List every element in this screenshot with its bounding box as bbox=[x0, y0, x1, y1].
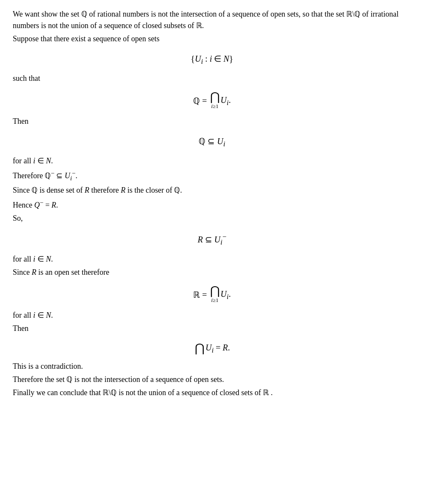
formula-2-cap: ⋂ i≥1 bbox=[210, 91, 220, 111]
paragraph-15: Therefore the set ℚ is not the intersect… bbox=[13, 374, 411, 385]
paragraph-8-text: Hence Q− = R. bbox=[13, 201, 58, 209]
paragraph-5-text: for all i ∈ N. bbox=[13, 157, 53, 165]
formula-2: ℚ = ⋂ i≥1 Ui. bbox=[13, 91, 411, 111]
paragraph-14: This is a contradiction. bbox=[13, 361, 411, 372]
paragraph-10-text: for all i ∈ N. bbox=[13, 255, 53, 263]
paragraph-6: Therefore ℚ− ⊆ Ui−. bbox=[13, 168, 411, 183]
formula-2-text: ℚ = bbox=[193, 94, 209, 107]
formula-6: ⋂ Ui = R. bbox=[13, 341, 411, 356]
formula-4-text: R ⊆ Ui− bbox=[198, 235, 227, 244]
formula-1-text: {Ui : i ∈ N} bbox=[191, 54, 233, 63]
paragraph-11: Since R is an open set therefore bbox=[13, 267, 411, 278]
sub-i-geq-1b: i≥1 bbox=[211, 296, 218, 305]
formula-1: {Ui : i ∈ N} bbox=[13, 52, 411, 67]
paragraph-1: We want show the set ℚ of rational numbe… bbox=[13, 9, 411, 31]
paragraph-12-text: for all i ∈ N. bbox=[13, 311, 53, 319]
paragraph-8: Hence Q− = R. bbox=[13, 198, 411, 211]
paragraph-13: Then bbox=[13, 323, 411, 334]
paragraph-4: Then bbox=[13, 116, 411, 127]
paragraph-6-text: Therefore ℚ− ⊆ Ui−. bbox=[13, 171, 77, 180]
paragraph-15-text: Therefore the set ℚ is not the intersect… bbox=[13, 375, 224, 384]
formula-4: R ⊆ Ui− bbox=[13, 232, 411, 248]
paragraph-1-text: We want show the set ℚ of rational numbe… bbox=[13, 10, 398, 30]
paragraph-16-text: Finally we can conclude that ℝ\ℚ is not … bbox=[13, 388, 273, 397]
paragraph-5: for all i ∈ N. bbox=[13, 155, 411, 167]
paragraph-3-text: such that bbox=[13, 74, 40, 83]
formula-5: ℝ = ⋂ i≥1 Ui. bbox=[13, 285, 411, 305]
formula-6-text: Ui = R. bbox=[205, 341, 230, 356]
paragraph-4-text: Then bbox=[13, 117, 28, 125]
paragraph-12: for all i ∈ N. bbox=[13, 310, 411, 321]
formula-3: ℚ ⊆ Ui bbox=[13, 135, 411, 149]
formula-2-ui: Ui. bbox=[221, 94, 231, 108]
paragraph-2: Suppose that there exist a sequence of o… bbox=[13, 33, 411, 45]
big-intersection-2: ⋂ bbox=[210, 285, 220, 297]
big-intersection-1: ⋂ bbox=[210, 91, 220, 103]
paragraph-3: such that bbox=[13, 73, 411, 84]
paragraph-9: So, bbox=[13, 213, 411, 224]
formula-5-cap: ⋂ i≥1 bbox=[210, 285, 220, 305]
formula-5-r: ℝ = bbox=[193, 288, 209, 301]
main-content: We want show the set ℚ of rational numbe… bbox=[13, 9, 411, 399]
sub-i-geq-1: i≥1 bbox=[211, 102, 218, 111]
formula-6-cap: ⋂ bbox=[195, 342, 205, 354]
formula-3-text: ℚ ⊆ Ui bbox=[199, 137, 225, 146]
paragraph-11-text: Since R is an open set therefore bbox=[13, 268, 109, 276]
paragraph-16: Finally we can conclude that ℝ\ℚ is not … bbox=[13, 387, 411, 399]
paragraph-14-text: This is a contradiction. bbox=[13, 362, 83, 370]
paragraph-7-text: Since ℚ is dense set of R therefore R is… bbox=[13, 186, 182, 194]
paragraph-9-text: So, bbox=[13, 214, 23, 222]
paragraph-13-text: Then bbox=[13, 324, 28, 333]
paragraph-10: for all i ∈ N. bbox=[13, 253, 411, 265]
formula-5-ui: Ui. bbox=[221, 288, 231, 302]
big-intersection-3: ⋂ bbox=[195, 342, 205, 354]
paragraph-2-text: Suppose that there exist a sequence of o… bbox=[13, 34, 159, 43]
paragraph-7: Since ℚ is dense set of R therefore R is… bbox=[13, 185, 411, 196]
